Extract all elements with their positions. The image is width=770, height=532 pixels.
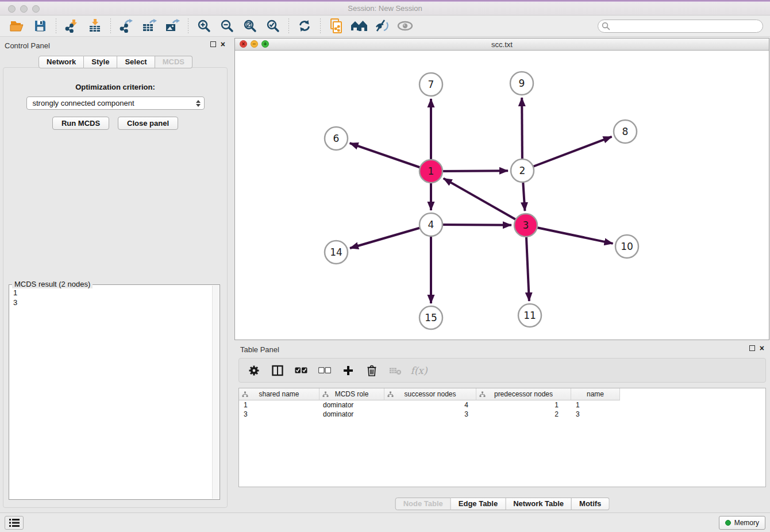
cell-MCDS-role[interactable]: dominator [319, 410, 384, 419]
zoom-selected-icon [266, 19, 280, 33]
export-table-button[interactable] [141, 18, 158, 34]
float-panel-icon[interactable] [210, 41, 216, 47]
table-row[interactable]: 3dominator323 [239, 410, 765, 419]
function-builder-button[interactable]: f(x) [413, 364, 425, 377]
edge-1-6[interactable] [350, 143, 431, 171]
tab-mcds[interactable]: MCDS [155, 56, 192, 68]
column-header-name[interactable]: name [571, 388, 620, 400]
deselect-all-columns-button[interactable] [318, 364, 331, 377]
tab-node-table[interactable]: Node Table [395, 498, 451, 510]
export-image-button[interactable] [164, 18, 181, 34]
zoom-in-button[interactable] [195, 18, 213, 34]
graph-node-15[interactable]: 15 [419, 306, 442, 329]
attribute-type-icon [242, 391, 248, 398]
criterion-select[interactable]: strongly connected component [26, 97, 205, 110]
add-row-button[interactable] [342, 364, 355, 377]
tab-select[interactable]: Select [117, 56, 155, 68]
edge-2-8[interactable] [522, 137, 612, 171]
column-header-successor-nodes[interactable]: successor nodes [384, 388, 476, 400]
graph-node-4[interactable]: 4 [419, 213, 442, 236]
graph-node-8[interactable]: 8 [614, 120, 637, 143]
show-graphics-details-button[interactable] [396, 18, 414, 34]
result-item[interactable]: 1 [13, 288, 208, 298]
edge-3-10[interactable] [526, 225, 613, 244]
column-label: name [587, 390, 604, 398]
close-panel-icon[interactable]: × [221, 41, 225, 47]
delete-table-button[interactable] [389, 364, 402, 377]
table-row[interactable]: 1dominator411 [239, 400, 765, 410]
node-label: 11 [523, 310, 536, 321]
save-session-button[interactable] [32, 18, 49, 34]
home-button[interactable] [351, 18, 368, 34]
tab-network-table[interactable]: Network Table [506, 498, 572, 510]
graph-node-10[interactable]: 10 [615, 235, 638, 258]
result-scrollbar[interactable] [212, 286, 219, 499]
graph-node-6[interactable]: 6 [325, 127, 348, 150]
export-network-button[interactable] [118, 18, 135, 34]
node-label: 8 [622, 126, 629, 137]
toolbar-separator [188, 18, 188, 33]
application-window: Session: New Session [0, 0, 770, 532]
close-panel-button[interactable]: Close panel [118, 117, 178, 130]
select-all-columns-button[interactable] [295, 364, 307, 377]
clone-network-button[interactable] [328, 18, 345, 34]
graph-node-14[interactable]: 14 [325, 241, 348, 264]
task-history-button[interactable] [5, 516, 24, 530]
zoom-fit-button[interactable] [241, 18, 259, 34]
table-settings-button[interactable] [248, 364, 260, 377]
refresh-button[interactable] [296, 18, 313, 34]
network-window-titlebar[interactable]: × − + scc.txt [235, 38, 769, 51]
run-mcds-button[interactable]: Run MCDS [52, 117, 109, 130]
hide-graphics-details-button[interactable] [374, 18, 391, 34]
column-layout-button[interactable] [271, 364, 284, 377]
graph-node-9[interactable]: 9 [510, 72, 533, 95]
graph-node-1[interactable]: 1 [419, 160, 442, 183]
network-window-title: scc.txt [235, 40, 769, 49]
column-header-MCDS-role[interactable]: MCDS role [319, 388, 384, 400]
import-table-button[interactable] [86, 18, 103, 34]
cell-predecessor-nodes[interactable]: 1 [476, 400, 571, 410]
node-label: 14 [330, 246, 342, 258]
network-canvas[interactable]: 7968124314101511 [235, 51, 769, 340]
mcds-tab-panel: Optimization criterion: strongly connect… [3, 67, 228, 508]
memory-button[interactable]: Memory [719, 516, 765, 530]
cell-predecessor-nodes[interactable]: 2 [476, 410, 571, 419]
tab-motifs[interactable]: Motifs [572, 498, 609, 510]
attribute-type-icon [322, 391, 329, 398]
cell-MCDS-role[interactable]: dominator [319, 400, 384, 410]
graph-node-11[interactable]: 11 [518, 304, 541, 327]
tab-edge-table[interactable]: Edge Table [451, 498, 506, 510]
open-folder-icon [10, 20, 25, 32]
node-label: 9 [519, 78, 525, 89]
cell-shared-name[interactable]: 3 [239, 410, 319, 419]
network-graph[interactable]: 7968124314101511 [235, 51, 769, 340]
attribute-type-icon [387, 391, 394, 398]
graph-node-7[interactable]: 7 [419, 73, 442, 96]
cell-shared-name[interactable]: 1 [239, 400, 319, 410]
delete-row-button[interactable] [365, 364, 378, 377]
search-input[interactable] [610, 21, 763, 32]
column-header-predecessor-nodes[interactable]: predecessor nodes [476, 388, 571, 400]
zoom-out-button[interactable] [218, 18, 236, 34]
result-item[interactable]: 3 [13, 298, 208, 307]
import-network-button[interactable] [63, 18, 80, 34]
tab-network[interactable]: Network [38, 56, 84, 68]
open-session-button[interactable] [9, 18, 26, 34]
tab-style[interactable]: Style [84, 56, 117, 68]
edge-3-1[interactable] [444, 178, 526, 225]
zoom-selected-button[interactable] [264, 18, 282, 34]
cell-successor-nodes[interactable]: 4 [384, 400, 476, 410]
zoom-in-icon [197, 19, 211, 33]
cell-successor-nodes[interactable]: 3 [384, 410, 476, 419]
memory-button-label: Memory [734, 519, 759, 527]
column-header-shared-name[interactable]: shared name [239, 388, 319, 400]
graph-node-2[interactable]: 2 [511, 159, 534, 182]
cell-name[interactable]: 3 [571, 410, 620, 419]
close-panel-icon[interactable]: × [760, 345, 764, 351]
mcds-result-list[interactable]: 13 [10, 287, 211, 499]
cell-name[interactable]: 1 [571, 400, 620, 410]
edge-4-14[interactable] [350, 225, 431, 248]
graph-node-3[interactable]: 3 [514, 214, 537, 237]
select-all-checkboxes-icon [295, 367, 307, 373]
float-panel-icon[interactable] [749, 345, 755, 351]
